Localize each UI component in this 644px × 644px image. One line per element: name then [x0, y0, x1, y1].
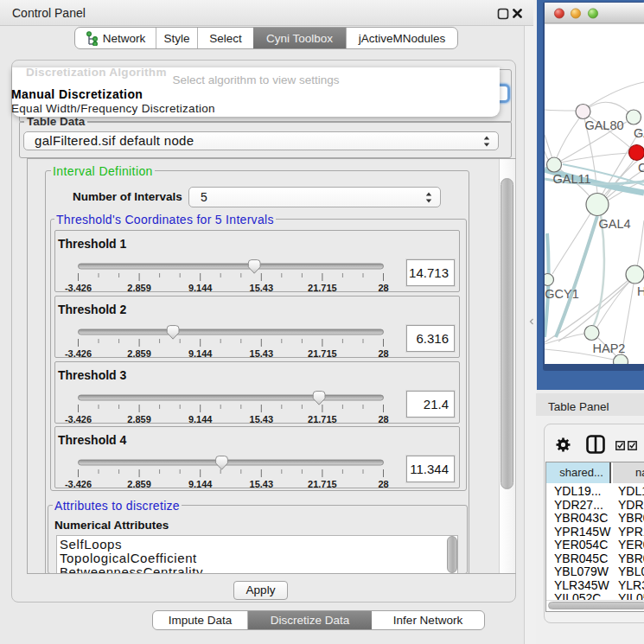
svg-text:C: C [638, 161, 644, 175]
svg-text:HIS4: HIS4 [637, 284, 644, 298]
svg-text:GCY1: GCY1 [545, 287, 579, 301]
svg-text:HAP2: HAP2 [593, 341, 626, 355]
svg-text:GAL11: GAL11 [552, 172, 590, 186]
svg-text:GAL2: GAL2 [634, 126, 644, 140]
svg-text:GAL4: GAL4 [598, 217, 630, 231]
svg-text:GAL80: GAL80 [584, 118, 623, 132]
